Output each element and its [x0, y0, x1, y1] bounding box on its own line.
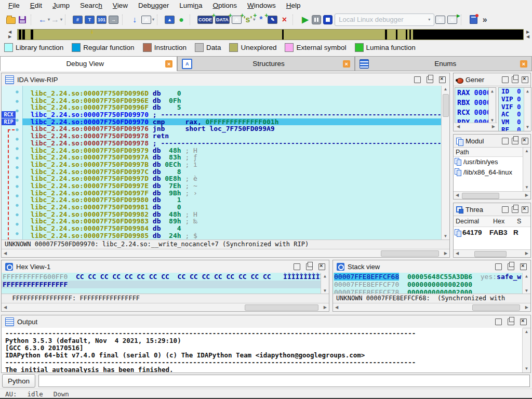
continue-process-button[interactable]: ▶ [300, 15, 311, 25]
navigate-forward-button[interactable]: →▾ [51, 15, 62, 25]
float-button[interactable] [512, 138, 518, 144]
menu-lumina[interactable]: Lumina [174, 1, 207, 10]
col-decimal[interactable]: Decimal [456, 218, 493, 225]
listing-row[interactable]: libc_2.24.so:00007F750FD09978 retn [22, 132, 442, 140]
disassembly-listing[interactable]: RCX RIP libc_2.24.so:00007F750FD0996D db… [2, 86, 449, 240]
maximize-button[interactable] [502, 76, 509, 83]
listing-row[interactable]: libc_2.24.so:00007F750FD09970 ; --------… [22, 111, 442, 118]
stop-process-button[interactable] [323, 15, 334, 25]
listing-row[interactable]: libc_2.24.so:00007F750FD09970 cmp rax, 0… [22, 118, 442, 126]
open-file-button[interactable] [6, 15, 17, 25]
close-button[interactable] [520, 318, 527, 325]
create-name-button[interactable]: A+ [232, 15, 243, 25]
float-button[interactable] [508, 263, 514, 270]
menu-options[interactable]: Options [208, 1, 243, 10]
scroll-down-icon[interactable]: ▼ [526, 124, 529, 131]
scroll-right-icon[interactable]: ▶ [491, 124, 496, 129]
rename-button[interactable]: A▾ [141, 15, 154, 25]
float-button[interactable] [427, 76, 433, 83]
stack-hscrollbar[interactable]: ◀ ▶ [333, 303, 530, 311]
threads-hscrollbar[interactable]: ◀ ▶ [454, 249, 530, 257]
register-vscrollbar[interactable]: ▲ ▼ [488, 88, 496, 124]
listing-row[interactable]: libc_2.24.so:00007F750FD09985 db 24h ; $ [22, 232, 442, 240]
scroll-thumb[interactable] [462, 193, 499, 199]
close-button[interactable] [522, 206, 528, 213]
tab-debug-view[interactable]: Debug View [0, 56, 177, 71]
stack-row[interactable]: 00007FFE8EFFCF68 00005648C55A3DB6 yes:sa… [333, 273, 530, 281]
scroll-up-icon[interactable]: ▲ [324, 273, 326, 280]
listing-row[interactable]: libc_2.24.so:00007F750FD0997A db 83h ; ƒ [22, 154, 442, 161]
maximize-button[interactable] [495, 318, 502, 325]
listing-row[interactable]: libc_2.24.so:00007F750FD09976 jnb short … [22, 125, 442, 132]
scroll-right-icon[interactable]: ▶ [443, 251, 448, 256]
flags-vscrollbar[interactable]: ▲ ▼ [524, 88, 531, 131]
menu-view[interactable]: View [108, 1, 133, 10]
scroll-thumb[interactable] [443, 94, 449, 117]
search-text-button[interactable]: T [85, 15, 96, 25]
scroll-left-icon[interactable]: ◀ [3, 251, 8, 256]
listing-row[interactable]: libc_2.24.so:00007F750FD09978 ; --------… [22, 140, 442, 147]
listing-row[interactable]: libc_2.24.so:00007F750FD09982 db 48h ; H [22, 211, 442, 218]
modules-vscrollbar[interactable]: ▲ ▼ [523, 148, 530, 191]
tab-close-icon[interactable] [165, 60, 172, 68]
menu-file[interactable]: File [3, 1, 25, 10]
interpreter-select-button[interactable]: Python [2, 374, 35, 388]
run-until-return-button[interactable]: c▸ [447, 15, 458, 25]
create-array-button[interactable]: *+ [256, 15, 267, 25]
hex-vscrollbar[interactable]: ▲ ▼ [321, 273, 329, 295]
scroll-right-icon[interactable]: ▶ [323, 305, 328, 310]
jump-to-address-button[interactable]: ↓ [130, 15, 140, 25]
float-button[interactable] [306, 263, 313, 270]
toolbar-overflow-button[interactable]: » [480, 15, 490, 25]
scroll-up-icon[interactable]: ▲ [525, 148, 529, 155]
thread-row[interactable]: 64179 FAB3 R [454, 227, 530, 238]
close-button[interactable] [522, 76, 528, 83]
scroll-thumb[interactable] [245, 304, 318, 311]
scroll-right-icon[interactable]: ▶ [524, 305, 529, 310]
scroll-up-icon[interactable]: ▲ [525, 328, 529, 336]
breakpoint-list-button[interactable]: ▲ [165, 15, 176, 25]
close-button[interactable] [520, 263, 527, 270]
scroll-up-icon[interactable]: ▲ [491, 88, 494, 95]
scroll-left-icon[interactable]: ◀ [456, 124, 461, 129]
scroll-thumb[interactable] [474, 251, 507, 257]
hex-row-selected[interactable]: FFFFFFFFFFFFFFFF [2, 281, 329, 288]
listing-row[interactable]: libc_2.24.so:00007F750FD0997B db 0ECh ; … [22, 161, 442, 168]
listing-row[interactable]: libc_2.24.so:00007F750FD09979 db 48h ; H [22, 147, 442, 154]
output-vscrollbar[interactable]: ▲ ▼ [522, 328, 530, 373]
stack-dump[interactable]: 00007FFE8EFFCF68 00005648C55A3DB6 yes:sa… [333, 273, 530, 295]
search-binary-button[interactable]: 101 [97, 15, 108, 25]
modules-column-header[interactable]: Path [454, 148, 530, 157]
listing-vscrollbar[interactable]: ▲ ▼ [441, 86, 449, 240]
band-scroll-right[interactable]: ▶◀ [524, 29, 531, 40]
scroll-down-icon[interactable]: ▼ [525, 365, 529, 373]
float-button[interactable] [512, 76, 518, 83]
scroll-left-icon[interactable]: ◀ [334, 305, 339, 310]
col-hex[interactable]: Hex [493, 218, 517, 225]
listing-row[interactable]: libc_2.24.so:00007F750FD0997E db 7Eh ; ~ [22, 182, 442, 190]
register-hscrollbar[interactable]: ◀ ▶ [455, 123, 497, 130]
scroll-up-icon[interactable]: ▲ [526, 88, 529, 95]
hex-hscrollbar[interactable]: ◀ ▶ [2, 303, 329, 311]
scroll-right-icon[interactable]: ▶ [524, 251, 529, 256]
maximize-button[interactable] [502, 206, 509, 213]
save-file-button[interactable] [18, 15, 28, 25]
menu-search[interactable]: Search [75, 1, 108, 10]
maximize-button[interactable] [414, 76, 421, 83]
listing-row[interactable]: libc_2.24.so:00007F750FD0997C db 8 [22, 168, 442, 176]
menu-help[interactable]: Help [281, 1, 306, 10]
listing-hscrollbar[interactable]: ◀ ▶ [2, 249, 449, 257]
search-next-button[interactable]: → [109, 15, 119, 25]
menu-debugger[interactable]: Debugger [133, 1, 174, 10]
hex-row[interactable]: FFFFFFFFFF600FF0 CC CC CC CC CC CC CC CC… [2, 273, 329, 281]
notepad-button[interactable] [469, 15, 479, 25]
pause-process-button[interactable] [312, 15, 322, 25]
tab-structures[interactable]: Structures [177, 56, 354, 71]
scroll-down-icon[interactable]: ▼ [444, 233, 448, 240]
float-button[interactable] [512, 206, 518, 213]
stack-vscrollbar[interactable]: ▲ ▼ [522, 273, 530, 295]
scroll-right-icon[interactable]: ▶ [524, 193, 529, 198]
undefine-button[interactable]: × [280, 15, 290, 25]
scroll-left-icon[interactable]: ◀ [455, 251, 460, 256]
col-state[interactable]: S [517, 218, 521, 225]
